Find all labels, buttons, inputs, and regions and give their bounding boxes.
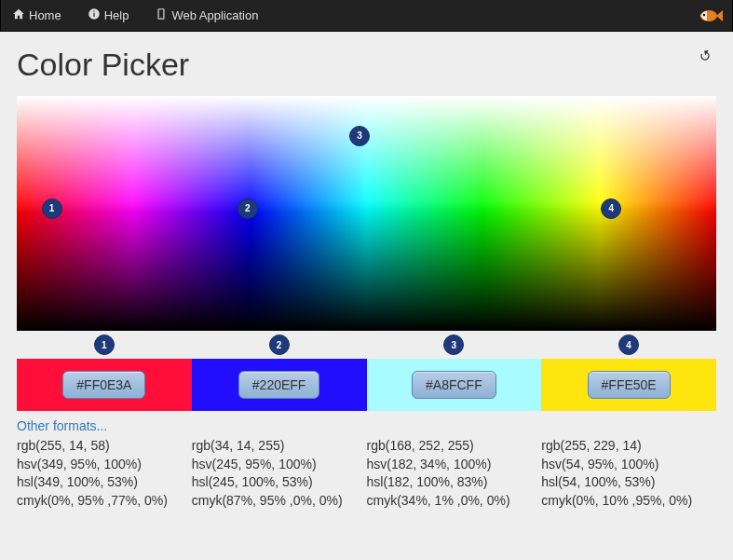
nav-home[interactable]: Home <box>12 0 61 31</box>
hex-button-3[interactable]: #A8FCFF <box>412 371 496 399</box>
rgb-3: rgb(168, 252, 255) <box>367 437 535 456</box>
swatch-badge-4: 4 <box>618 335 639 355</box>
marker-3[interactable]: 3 <box>349 126 370 146</box>
formats-col-2: rgb(34, 14, 255) hsv(245, 95%, 100%) hsl… <box>192 437 367 510</box>
cmyk-4: cmyk(0%, 10% ,95%, 0%) <box>541 492 709 511</box>
nav-help[interactable]: Help <box>88 0 129 31</box>
formats-col-3: rgb(168, 252, 255) hsv(182, 34%, 100%) h… <box>367 437 542 510</box>
nav-home-label: Home <box>29 8 61 22</box>
cmyk-2: cmyk(87%, 95% ,0%, 0%) <box>192 492 360 511</box>
info-icon <box>88 7 101 23</box>
formats-col-1: rgb(255, 14, 58) hsv(349, 95%, 100%) hsl… <box>17 437 192 510</box>
tablet-icon <box>155 7 168 23</box>
swatch-3: #A8FCFF <box>367 359 542 411</box>
swatch-1: #FF0E3A <box>17 359 192 411</box>
swatch-row: 1 #FF0E3A 2 #220EFF 3 #A8FCFF 4 #FFE50E <box>17 359 716 411</box>
hsl-4: hsl(54, 100%, 53%) <box>541 473 709 492</box>
swatch-col-1: 1 #FF0E3A <box>17 359 192 411</box>
topbar: Home Help Web Application <box>0 0 733 32</box>
hex-button-4[interactable]: #FFE50E <box>588 371 671 399</box>
formats-col-4: rgb(255, 229, 14) hsv(54, 95%, 100%) hsl… <box>541 437 716 510</box>
swatch-2: #220EFF <box>192 359 367 411</box>
page: Color Picker 1 2 3 4 1 #FF0E3A 2 #220EFF… <box>0 32 733 526</box>
cmyk-3: cmyk(34%, 1% ,0%, 0%) <box>367 492 535 511</box>
formats-row: rgb(255, 14, 58) hsv(349, 95%, 100%) hsl… <box>17 437 716 510</box>
svg-point-7 <box>703 14 705 16</box>
hex-button-2[interactable]: #220EFF <box>238 371 320 399</box>
rgb-2: rgb(34, 14, 255) <box>192 437 360 456</box>
hsv-4: hsv(54, 95%, 100%) <box>541 456 709 474</box>
nav-help-label: Help <box>104 8 129 22</box>
nav-webapp[interactable]: Web Application <box>155 0 258 31</box>
marker-1[interactable]: 1 <box>42 198 62 219</box>
swatch-4: #FFE50E <box>541 359 716 411</box>
cmyk-1: cmyk(0%, 95% ,77%, 0%) <box>17 492 184 511</box>
hsl-1: hsl(349, 100%, 53%) <box>17 473 184 492</box>
hsv-2: hsv(245, 95%, 100%) <box>192 456 360 474</box>
swatch-col-4: 4 #FFE50E <box>541 359 716 411</box>
page-title: Color Picker <box>17 47 716 83</box>
svg-rect-1 <box>93 13 94 17</box>
other-formats-link[interactable]: Other formats... <box>17 418 107 433</box>
svg-rect-2 <box>93 11 94 12</box>
swatch-col-2: 2 #220EFF <box>192 359 367 411</box>
swatch-badge-2: 2 <box>269 335 290 355</box>
home-icon <box>12 7 25 23</box>
swatch-badge-3: 3 <box>443 335 464 355</box>
refresh-button[interactable] <box>698 48 713 67</box>
svg-marker-6 <box>716 10 723 21</box>
swatch-col-3: 3 #A8FCFF <box>367 359 542 411</box>
hsl-3: hsl(182, 100%, 83%) <box>367 473 535 492</box>
hsv-3: hsv(182, 34%, 100%) <box>367 456 535 474</box>
rgb-4: rgb(255, 229, 14) <box>541 437 709 456</box>
mascot-icon <box>699 7 723 28</box>
nav-webapp-label: Web Application <box>171 8 258 22</box>
rgb-1: rgb(255, 14, 58) <box>17 437 184 456</box>
hsl-2: hsl(245, 100%, 53%) <box>192 473 360 492</box>
hsv-1: hsv(349, 95%, 100%) <box>17 456 184 474</box>
marker-4[interactable]: 4 <box>601 198 621 219</box>
marker-2[interactable]: 2 <box>238 198 258 219</box>
color-spectrum[interactable]: 1 2 3 4 <box>17 96 716 331</box>
swatch-badge-1: 1 <box>94 335 115 355</box>
svg-point-4 <box>161 18 162 19</box>
hex-button-1[interactable]: #FF0E3A <box>62 371 145 399</box>
